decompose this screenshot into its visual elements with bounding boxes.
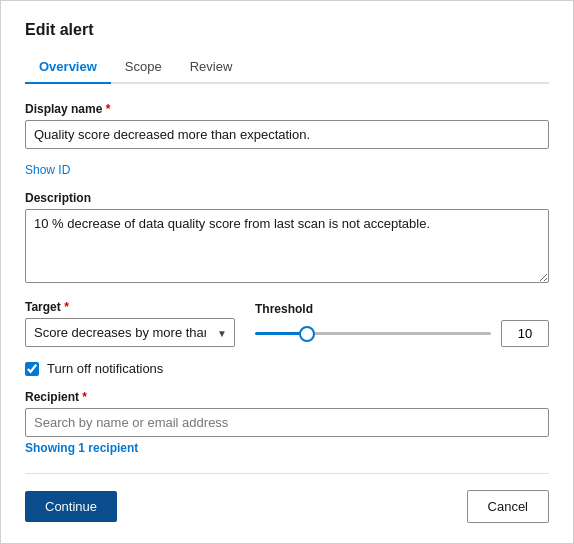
showing-recipients-text: Showing 1 recipient [25,441,549,455]
threshold-value-input[interactable] [501,320,549,347]
notifications-row: Turn off notifications [25,361,549,376]
display-name-input[interactable] [25,120,549,149]
description-label: Description [25,191,549,205]
cancel-button[interactable]: Cancel [467,490,549,523]
threshold-section: Threshold [255,302,549,347]
recipient-input[interactable] [25,408,549,437]
threshold-label: Threshold [255,302,549,316]
showing-prefix: Showing [25,441,78,455]
show-id-link[interactable]: Show ID [25,163,549,177]
threshold-row [255,320,549,347]
continue-button[interactable]: Continue [25,491,117,522]
edit-alert-dialog: Edit alert Overview Scope Review Display… [0,0,574,544]
slider-wrapper [255,332,491,335]
description-section: Description [25,191,549,286]
recipient-section: Recipient Showing 1 recipient [25,390,549,455]
tab-review[interactable]: Review [176,53,247,84]
notifications-checkbox[interactable] [25,362,39,376]
target-select[interactable]: Score decreases by more than Score incre… [25,318,235,347]
description-textarea[interactable] [25,209,549,283]
target-section: Target Score decreases by more than Scor… [25,300,235,347]
showing-suffix: recipient [85,441,138,455]
recipient-label: Recipient [25,390,549,404]
tabs-container: Overview Scope Review [25,53,549,84]
threshold-slider[interactable] [255,332,491,335]
tab-overview[interactable]: Overview [25,53,111,84]
tab-scope[interactable]: Scope [111,53,176,84]
notifications-label: Turn off notifications [47,361,163,376]
target-threshold-row: Target Score decreases by more than Scor… [25,300,549,347]
display-name-label: Display name [25,102,549,116]
target-label: Target [25,300,235,314]
dialog-footer: Continue Cancel [25,473,549,523]
showing-count: 1 [78,441,85,455]
dialog-title: Edit alert [25,21,549,39]
target-select-wrapper: Score decreases by more than Score incre… [25,318,235,347]
display-name-section: Display name [25,102,549,149]
